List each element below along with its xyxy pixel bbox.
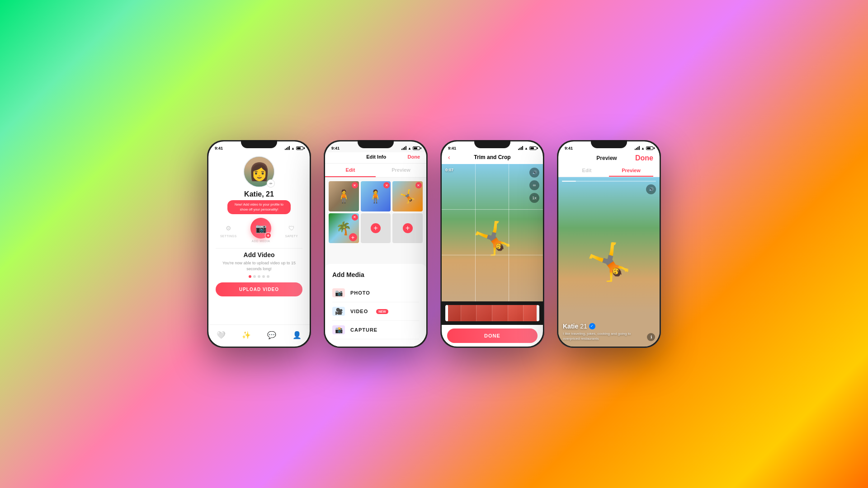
trim-done-button[interactable]: DONE: [447, 328, 538, 343]
add-photo-btn[interactable]: +: [349, 233, 357, 241]
edit-info-title: Edit Info: [366, 154, 386, 160]
trim-handle-left[interactable]: [445, 305, 448, 321]
plus-badge: +: [265, 232, 271, 239]
avatar-edit-icon[interactable]: ✏: [267, 179, 275, 188]
volume-btn[interactable]: 🔊: [529, 168, 539, 178]
tab-edit[interactable]: Edit: [325, 164, 376, 177]
speed-btn[interactable]: 1x: [529, 193, 539, 203]
photo-cell-1[interactable]: 🧍 ✕: [329, 181, 359, 211]
preview-user-bio: I like traveling, jokes, cooking and goi…: [563, 331, 646, 341]
crop-title: Trim and Crop: [474, 154, 510, 160]
loop-btn[interactable]: ∞: [529, 180, 539, 190]
preview-volume-btn[interactable]: 🔊: [646, 184, 656, 194]
dot-5: [267, 275, 269, 278]
info-button[interactable]: ℹ: [647, 333, 655, 341]
new-badge: NEW: [376, 309, 388, 314]
video-preview-image: 🤸: [442, 164, 543, 301]
preview-header: Preview Done: [558, 152, 660, 165]
notch-4: [591, 140, 627, 148]
video-timer: 0:07: [445, 168, 453, 172]
add-media-sheet: Add Media 📷 PHOTO 🎥 VIDEO NEW 📸 CAPTURE: [325, 264, 426, 347]
phone-3: 9:41 ▲ ‹ Trim and Crop: [440, 140, 544, 348]
preview-tab-preview[interactable]: Preview: [609, 165, 653, 177]
time-4: 9:41: [565, 146, 573, 150]
sheet-video-label: VIDEO: [350, 309, 368, 314]
sheet-capture-item[interactable]: 📸 CAPTURE: [332, 321, 419, 339]
add-video-title: Add Video: [244, 251, 275, 258]
edit-tab-bar: Edit Preview: [325, 164, 426, 178]
photo-add-placeholder-2: +: [392, 213, 423, 244]
preview-tab-bar: Edit Preview: [558, 165, 660, 177]
add-media-label: ADD MEDIA: [252, 239, 270, 243]
sheet-capture-label: CAPTURE: [350, 327, 377, 333]
verified-badge: ✓: [589, 323, 595, 329]
add-video-desc: You're now able to upload video up to 15…: [216, 260, 302, 272]
settings-icon: ⚙: [223, 223, 234, 234]
trim-handle-right[interactable]: [537, 305, 539, 321]
status-icons-4: ▲: [635, 146, 653, 150]
notch-2: [358, 140, 394, 148]
photo-cell-2[interactable]: 🧍 ✕: [361, 181, 391, 211]
preview-name-row: Katie 21 ✓: [563, 323, 646, 330]
preview-video: 🤸 🔊 Katie 21 ✓ I like traveling, jokes, …: [558, 177, 660, 347]
nav-like-icon[interactable]: 🤍: [215, 328, 227, 341]
settings-action[interactable]: ⚙ SETTINGS: [220, 223, 237, 238]
remove-photo-3[interactable]: ✕: [415, 182, 422, 188]
preview-done-btn[interactable]: Done: [635, 154, 653, 162]
phone-4: 9:41 ▲ Preview Done Edit: [557, 140, 661, 348]
safety-action[interactable]: 🛡 SAFETY: [285, 223, 298, 238]
dot-4: [262, 275, 265, 278]
video-preview: 🤸 0:07 🔊 ∞ 1x: [442, 164, 543, 301]
battery-icon-2: [413, 146, 420, 150]
battery-icon: [296, 146, 303, 150]
back-button[interactable]: ‹: [448, 154, 450, 161]
settings-label: SETTINGS: [220, 235, 237, 238]
time-1: 9:41: [215, 146, 223, 150]
sheet-video-item[interactable]: 🎥 VIDEO NEW: [332, 302, 419, 321]
user-name: Katie, 21: [244, 190, 274, 198]
skater-person: 🤸: [474, 211, 510, 265]
photo-cell-4[interactable]: 🌴 ✕ +: [329, 213, 359, 244]
nav-rewind-icon[interactable]: 💬: [265, 328, 278, 341]
signal-icon-4: [635, 146, 640, 150]
trim-bar: [442, 301, 543, 325]
add-media-btn[interactable]: 📷 +: [250, 218, 271, 239]
status-icons-3: ▲: [518, 146, 537, 150]
status-icons-1: ▲: [285, 146, 303, 150]
nav-profile-icon[interactable]: 👤: [291, 328, 303, 341]
sheet-title: Add Media: [332, 271, 419, 278]
phone1-content: ✏ Katie, 21 New! Add video to your profi…: [208, 152, 310, 324]
photo-cell-3[interactable]: 🤸 ✕: [392, 181, 423, 211]
dots-row: [249, 275, 269, 278]
photo-cell-5[interactable]: +: [361, 213, 391, 244]
preview-user-age: 21: [580, 323, 587, 330]
safety-label: SAFETY: [285, 235, 298, 238]
video-sheet-icon: 🎥: [332, 307, 345, 316]
safety-icon: 🛡: [286, 223, 297, 234]
trim-frame-4: [492, 305, 508, 321]
trim-track[interactable]: [445, 305, 539, 321]
upload-video-button[interactable]: UPLOAD VIDEO: [216, 282, 302, 296]
phone-2: 9:41 ▲ Edit Info Done Edi: [324, 140, 428, 348]
add-photo-1[interactable]: +: [371, 223, 381, 233]
remove-photo-1[interactable]: ✕: [352, 182, 358, 188]
add-media-action[interactable]: 📷 + ADD MEDIA: [250, 218, 271, 243]
remove-photo-4[interactable]: ✕: [352, 214, 358, 221]
dot-3: [258, 275, 260, 278]
dot-1: [249, 275, 251, 278]
battery-icon-3: [529, 146, 537, 150]
promo-bubble: New! Add video to your profile to show o…: [227, 200, 291, 214]
add-photo-2[interactable]: +: [403, 223, 413, 233]
status-icons-2: ▲: [401, 146, 420, 150]
nav-boost-icon[interactable]: ✨: [240, 328, 253, 341]
photo-cell-6[interactable]: +: [392, 213, 423, 244]
preview-tab-edit[interactable]: Edit: [565, 165, 609, 177]
trim-frame-5: [508, 305, 524, 321]
tab-preview[interactable]: Preview: [376, 164, 426, 177]
sheet-photo-item[interactable]: 📷 PHOTO: [332, 284, 419, 302]
photos-grid: 🧍 ✕ 🧍 ✕ 🤸 ✕ 🌴 ✕ + +: [325, 178, 426, 247]
wifi-icon-2: ▲: [408, 146, 411, 150]
header-done-btn[interactable]: Done: [408, 154, 420, 160]
signal-icon-2: [401, 146, 406, 150]
phone-1: 9:41 ▲ ✏: [207, 140, 311, 348]
